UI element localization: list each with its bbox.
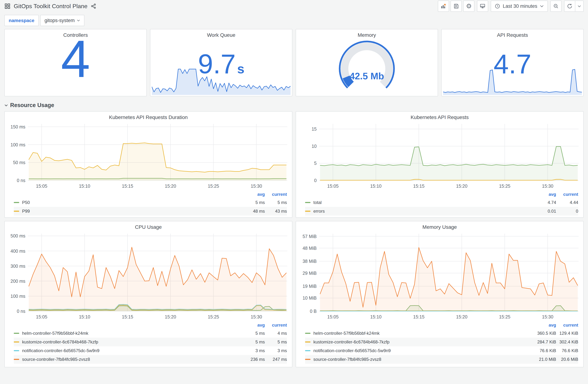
refresh-icon: [567, 3, 573, 9]
panel-title[interactable]: Work Queue: [150, 29, 292, 39]
svg-text:38 MiB: 38 MiB: [302, 259, 317, 264]
svg-text:15:20: 15:20: [165, 184, 176, 189]
series-current-value: 43 ms: [265, 209, 287, 214]
legend-sort-current[interactable]: current: [556, 323, 578, 328]
legend-row: kustomize-controller-6c6784b468-7kzfp5 m…: [14, 338, 287, 346]
legend-sort-current[interactable]: current: [265, 192, 287, 197]
panel-memory-usage: Memory Usage 0 B10 MiB19 MiB29 MiB38 MiB…: [296, 221, 584, 367]
series-avg-value: 5 ms: [239, 340, 265, 344]
series-name[interactable]: kustomize-controller-6c6784b468-7kzfp: [313, 340, 531, 344]
save-icon: [453, 3, 459, 9]
series-name[interactable]: source-controller-7fb84fc985-zvsz8: [22, 357, 239, 362]
legend-sort-avg[interactable]: avg: [531, 192, 556, 197]
legend-row: source-controller-7fb84fc985-zvsz821.0 M…: [305, 355, 578, 364]
svg-text:10: 10: [312, 144, 317, 149]
svg-text:15:25: 15:25: [499, 184, 510, 189]
svg-text:15:30: 15:30: [542, 184, 553, 189]
series-avg-value: 284.7 KiB: [531, 340, 556, 344]
svg-text:15:10: 15:10: [79, 314, 90, 319]
series-name[interactable]: source-controller-7fb84fc985-zvsz8: [313, 357, 531, 362]
panel-title[interactable]: API Requests: [442, 29, 583, 39]
legend-row: helm-controller-57f9b56bbf-k24mk360.5 Ki…: [305, 329, 578, 338]
legend-row: total4.744.44: [305, 198, 578, 207]
clock-icon: [495, 3, 500, 9]
panel-title[interactable]: Kubernetes API Requests Duration: [5, 112, 292, 121]
svg-text:15:20: 15:20: [165, 314, 176, 319]
series-name[interactable]: helm-controller-57f9b56bbf-k24mk: [22, 331, 239, 336]
dashboard-grid-icon[interactable]: [4, 3, 11, 9]
variable-namespace-dropdown[interactable]: gitops-system: [40, 15, 84, 26]
legend-sort-current[interactable]: current: [265, 323, 287, 328]
svg-text:15:10: 15:10: [370, 314, 382, 319]
svg-text:15:30: 15:30: [542, 314, 553, 319]
svg-text:400 ms: 400 ms: [11, 249, 25, 254]
svg-text:50 ms: 50 ms: [13, 160, 25, 165]
series-name[interactable]: errors: [313, 209, 531, 214]
svg-text:15:15: 15:15: [413, 314, 425, 319]
svg-text:15:10: 15:10: [370, 184, 382, 189]
series-current-value: 4.44: [556, 200, 578, 205]
svg-text:0: 0: [314, 178, 317, 183]
svg-text:15: 15: [312, 127, 317, 131]
cycle-view-mode-button[interactable]: [477, 0, 488, 12]
series-current-value: 247 ms: [265, 357, 287, 362]
panel-title[interactable]: Memory Usage: [296, 221, 583, 231]
panel-title[interactable]: Kubernetes API Requests: [296, 112, 583, 121]
time-range-picker[interactable]: Last 30 minutes: [491, 0, 548, 12]
page-title: GitOps Toolkit Control Plane: [14, 3, 87, 10]
legend-row: kustomize-controller-6c6784b468-7kzfp284…: [305, 338, 578, 346]
api-requests-stat-value: 4.7: [442, 50, 583, 78]
section-resource-usage[interactable]: Resource Usage: [4, 101, 584, 109]
series-color-dash: [14, 202, 19, 203]
refresh-interval-dropdown[interactable]: [575, 0, 584, 12]
legend-row: P505 ms5 ms: [14, 198, 287, 207]
legend-header: avgcurrent: [14, 321, 287, 329]
legend-sort-avg[interactable]: avg: [239, 323, 265, 328]
dashboard-header: GitOps Toolkit Control Plane ⚙: [0, 0, 588, 12]
legend-row: P9948 ms43 ms: [14, 207, 287, 215]
series-name[interactable]: P99: [22, 209, 239, 214]
series-current-value: 4 ms: [265, 331, 287, 336]
series-color-dash: [305, 202, 311, 203]
zoom-out-icon: [553, 3, 559, 9]
series-color-dash: [305, 333, 311, 334]
series-name[interactable]: notification-controller-6d56575dc-5w9n9: [313, 348, 531, 353]
svg-text:15:05: 15:05: [36, 184, 47, 189]
series-name[interactable]: total: [313, 200, 531, 205]
legend-sort-current[interactable]: current: [556, 192, 578, 197]
series-color-dash: [14, 333, 19, 334]
svg-text:15:15: 15:15: [413, 184, 425, 189]
panel-cpu-usage: CPU Usage 0 ns100 ms200 ms300 ms400 ms50…: [4, 221, 292, 367]
add-panel-button[interactable]: [438, 0, 449, 12]
legend-sort-avg[interactable]: avg: [531, 323, 556, 328]
legend-header: avgcurrent: [14, 191, 287, 198]
svg-text:300 ms: 300 ms: [11, 264, 25, 269]
zoom-out-button[interactable]: [550, 0, 562, 12]
panel-title[interactable]: Memory: [296, 29, 438, 39]
svg-text:15:20: 15:20: [456, 314, 467, 319]
chevron-down-icon: [577, 5, 581, 7]
refresh-button[interactable]: [564, 0, 575, 12]
chart-plot-area: 05101515:0515:1015:1515:2015:2515:30: [296, 121, 583, 191]
share-icon[interactable]: [91, 3, 96, 9]
svg-text:15:05: 15:05: [327, 184, 339, 189]
work-queue-stat-value: 9.7s: [150, 50, 292, 78]
dashboard-settings-button[interactable]: ⚙: [463, 0, 474, 12]
svg-text:15:15: 15:15: [122, 314, 133, 319]
section-title: Resource Usage: [10, 102, 54, 108]
monitor-icon: [480, 3, 485, 9]
save-dashboard-button[interactable]: [450, 0, 462, 12]
svg-text:15:30: 15:30: [251, 314, 262, 319]
legend-row: errors0.010: [305, 207, 578, 215]
series-name[interactable]: kustomize-controller-6c6784b468-7kzfp: [22, 340, 239, 344]
chart-legend: avgcurrenthelm-controller-57f9b56bbf-k24…: [296, 321, 583, 364]
series-name[interactable]: notification-controller-6d56575dc-5w9n9: [22, 348, 239, 353]
svg-text:48 MiB: 48 MiB: [302, 246, 317, 251]
series-avg-value: 5 ms: [239, 331, 265, 336]
series-name[interactable]: helm-controller-57f9b56bbf-k24mk: [313, 331, 531, 336]
legend-sort-avg[interactable]: avg: [239, 192, 265, 197]
legend-row: notification-controller-6d56575dc-5w9n97…: [305, 346, 578, 355]
series-name[interactable]: P50: [22, 200, 239, 205]
panel-title[interactable]: CPU Usage: [5, 221, 292, 231]
time-range-label: Last 30 minutes: [503, 3, 537, 9]
